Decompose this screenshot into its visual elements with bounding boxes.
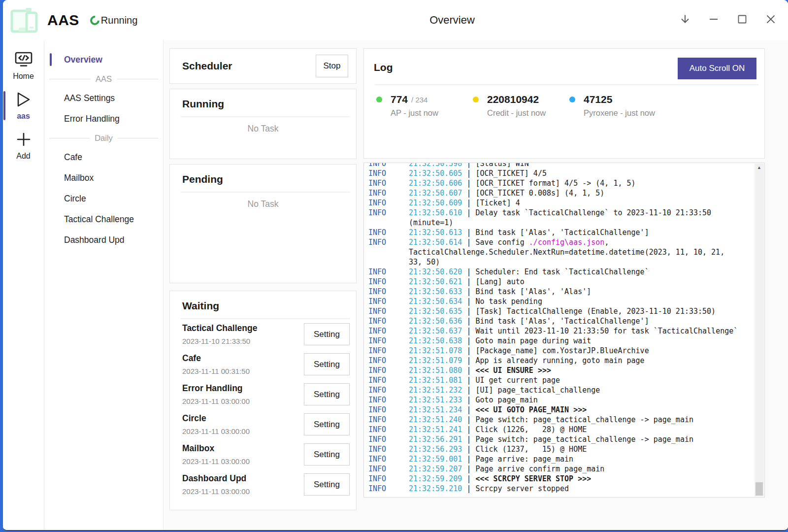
- log-level: INFO: [368, 316, 409, 326]
- sidebar-item-circle[interactable]: Circle: [44, 188, 163, 209]
- log-timestamp: 21:32:50.634: [409, 297, 462, 306]
- setting-button[interactable]: Setting: [304, 473, 350, 496]
- task-name: Tactical Challenge: [182, 323, 304, 333]
- sidebar-item-tactical-challenge[interactable]: Tactical Challenge: [44, 209, 163, 230]
- log-line: INFO21:32:59.207 | Page arrive confirm p…: [368, 464, 752, 474]
- stop-button[interactable]: Stop: [316, 55, 348, 77]
- running-title: Running: [170, 98, 356, 110]
- log-message: 21:32:51.234 | <<< UI GOTO PAGE_MAIN >>>: [409, 405, 752, 415]
- log-message: 21:32:59.207 | Page arrive confirm page_…: [409, 464, 752, 474]
- setting-button[interactable]: Setting: [304, 383, 350, 405]
- log-message: 21:32:51.233 | Goto page_main: [409, 395, 752, 405]
- log-message: 21:32:51.080 | <<< UI ENSURE >>>: [409, 366, 752, 375]
- stat-dot-icon: [473, 97, 479, 102]
- setting-button[interactable]: Setting: [304, 353, 350, 375]
- log-message: 21:32:51.240 | Page switch: page_tactica…: [409, 415, 752, 425]
- scheduler-card: Scheduler Stop: [169, 48, 357, 84]
- log-message: 21:32:56.291 | Page switch: page_tactica…: [409, 434, 752, 444]
- log-level: INFO: [368, 336, 409, 346]
- log-level: INFO: [368, 277, 409, 287]
- log-timestamp: 21:32:51.078: [409, 346, 462, 355]
- log-output[interactable]: INFO21:32:50.598 | [Status] WININFO21:32…: [363, 163, 765, 498]
- log-line: INFO21:32:51.233 | Goto page_main: [368, 395, 752, 405]
- task-name: Circle: [182, 413, 304, 424]
- log-message: 21:32:50.620 | Scheduler: End task `Tact…: [409, 267, 752, 277]
- running-spinner-icon: [88, 14, 101, 27]
- log-timestamp: 21:32:51.234: [409, 405, 462, 414]
- log-message: 21:32:59.001 | Page arrive: page_main: [409, 454, 752, 464]
- task-info: Cafe2023-11-11 00:31:50: [182, 353, 304, 375]
- log-line: INFO21:32:51.080 | <<< UI ENSURE >>>: [368, 366, 752, 375]
- setting-button[interactable]: Setting: [304, 413, 350, 435]
- log-line: INFO21:32:56.291 | Page switch: page_tac…: [368, 434, 752, 444]
- sidebar-item-dashboard-upd[interactable]: Dashboard Upd: [44, 230, 163, 250]
- log-level: INFO: [368, 297, 409, 306]
- sidebar-item-label: AAS Settings: [64, 93, 115, 103]
- sidebar-item-cafe[interactable]: Cafe: [44, 147, 163, 167]
- dashboard-stats: 774/ 234AP - just now220810942Credit - j…: [364, 94, 764, 118]
- rail-item-add[interactable]: Add: [3, 127, 44, 164]
- log-timestamp: 21:32:51.240: [409, 415, 462, 424]
- setting-button[interactable]: Setting: [304, 443, 350, 466]
- log-line: INFO21:32:50.636 | Bind task ['Alas', 'T…: [368, 316, 752, 326]
- log-card: Log Auto Scroll ON 774/ 234AP - just now…: [363, 48, 765, 159]
- sidebar-item-mailbox[interactable]: Mailbox: [44, 167, 163, 188]
- task-next-run: 2023-11-11 00:31:50: [182, 367, 304, 375]
- log-timestamp: 21:32:50.633: [409, 287, 462, 296]
- waiting-task-row: Dashboard Upd2023-11-11 03:00:00Setting: [170, 469, 356, 499]
- rail-item-home[interactable]: Home: [3, 47, 44, 84]
- scrollbar-thumb[interactable]: [755, 482, 763, 496]
- stat-label: Credit - just now: [487, 108, 569, 118]
- log-level: INFO: [368, 425, 409, 434]
- sidebar-item-error-handling[interactable]: Error Handling: [44, 108, 163, 129]
- log-level: INFO: [368, 434, 409, 444]
- log-level: INFO: [368, 444, 409, 454]
- sidebar-item-aas-settings[interactable]: AAS Settings: [44, 88, 163, 108]
- log-line: INFO21:32:51.078 | [Package_name] com.Yo…: [368, 346, 752, 356]
- log-line: INFO21:32:51.240 | Page switch: page_tac…: [368, 415, 752, 425]
- log-level: INFO: [368, 198, 409, 208]
- download-arrow-button[interactable]: [680, 15, 690, 26]
- maximize-button[interactable]: [737, 15, 748, 26]
- log-message: 21:32:51.079 | App is already running, g…: [409, 356, 752, 366]
- auto-scroll-button[interactable]: Auto Scroll ON: [678, 58, 756, 79]
- task-next-run: 2023-11-10 21:33:50: [182, 337, 304, 345]
- minimize-button[interactable]: [708, 15, 719, 26]
- sidebar-item-label: Overview: [64, 55, 102, 65]
- stat-dot-icon: [569, 97, 575, 102]
- close-button[interactable]: [765, 15, 776, 26]
- log-level: INFO: [368, 228, 409, 237]
- log-level: INFO: [368, 405, 409, 415]
- log-message: 21:32:50.610 | Delay task `TacticalChall…: [409, 208, 752, 228]
- log-line: INFO21:32:50.633 | Bind task ['Alas', 'A…: [368, 287, 752, 297]
- sidebar-item-label: Cafe: [64, 152, 82, 163]
- sidebar-group-daily: Daily: [44, 129, 163, 147]
- log-message: 21:32:50.606 | [OCR_TICKET format] 4/5 -…: [409, 178, 752, 188]
- log-timestamp: 21:32:50.610: [409, 208, 462, 217]
- log-timestamp: 21:32:50.637: [409, 327, 462, 335]
- log-level: INFO: [368, 356, 409, 366]
- log-line: INFO21:32:50.605 | [OCR_TICKET] 4/5: [368, 168, 752, 178]
- rail-item-label: Home: [13, 72, 34, 81]
- plus-icon: [16, 132, 32, 149]
- pending-empty-text: No Task: [170, 199, 356, 209]
- rail-item-label: aas: [17, 112, 30, 121]
- log-level: INFO: [368, 237, 409, 267]
- log-level: INFO: [368, 385, 409, 395]
- titlebar: AAS Running Overview: [3, 0, 788, 40]
- log-message: 21:32:50.609 | [Ticket] 4: [409, 198, 752, 208]
- scroll-up-arrow-icon[interactable]: ▲: [755, 165, 764, 170]
- waiting-title: Waiting: [170, 300, 356, 312]
- log-message: 21:32:51.241 | Click (1226, 28) @ HOME: [409, 425, 752, 434]
- divider: [181, 116, 350, 117]
- log-scrollbar[interactable]: ▲: [755, 164, 764, 497]
- rail-item-aas[interactable]: aas: [3, 87, 44, 124]
- log-line: INFO21:32:59.209 | <<< SCRCPY SERVER STO…: [368, 474, 752, 484]
- sidebar-item-overview[interactable]: Overview: [44, 49, 163, 70]
- log-message: 21:32:50.621 | [Lang] auto: [409, 277, 752, 287]
- log-level: INFO: [368, 454, 409, 464]
- log-line: INFO21:32:50.607 | [OCR_TICKET 0.008s] (…: [368, 188, 752, 198]
- log-message: 21:32:56.293 | Click (1237, 15) @ HOME: [409, 444, 752, 454]
- stat-value: 774: [391, 94, 408, 105]
- setting-button[interactable]: Setting: [304, 323, 350, 345]
